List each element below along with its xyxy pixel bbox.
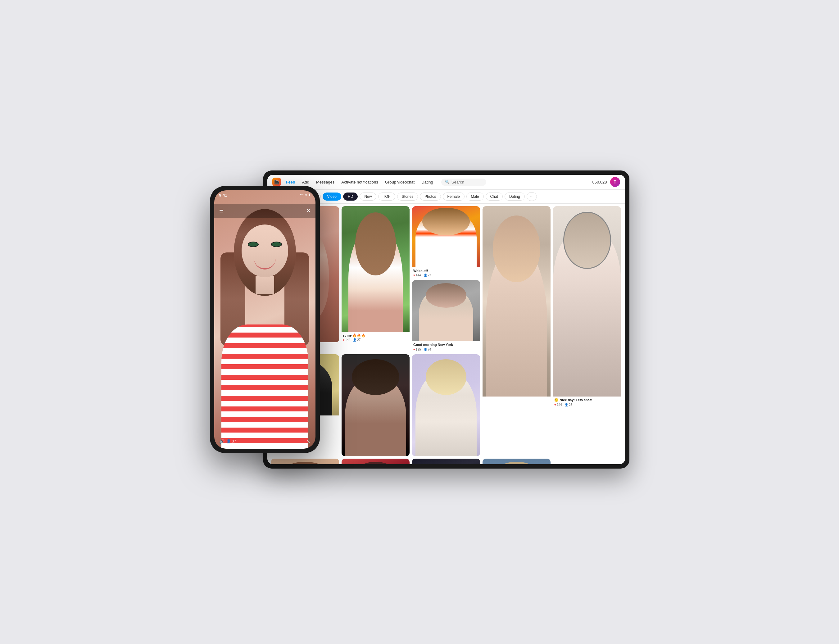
phone-close-icon[interactable]: ✕ — [307, 208, 310, 214]
filter-more[interactable]: ··· — [527, 192, 537, 201]
filter-hd[interactable]: HD — [343, 192, 358, 200]
card-2-info: st me 🔥🔥🔥 ♥ 144 👤 27 — [342, 332, 410, 342]
navbar: 🎬 Feed Add Messages Activate notificatio… — [268, 175, 625, 190]
card-2-title: st me 🔥🔥🔥 — [343, 333, 408, 338]
phone-screen: 9:41 ▪▪▪ ◈ ▮ ☰ ✕ 🔊 👤 37 ⤡ — [214, 191, 315, 449]
nav-add[interactable]: Add — [300, 179, 311, 186]
card-2-likes: ♥ 144 — [343, 338, 351, 342]
tablet-screen: 🎬 Feed Add Messages Activate notificatio… — [268, 175, 625, 464]
card-5-title: 🙂 Nice day! Lets chat! — [554, 398, 620, 402]
card-3-title: Wokout!! — [413, 269, 479, 273]
video-grid: LIVE st me 🔥🔥🔥 — [271, 206, 621, 464]
card-3[interactable]: Wokout!! ♥ 144 👤 27 — [412, 206, 480, 278]
phone-status-bar: 9:41 ▪▪▪ ◈ ▮ — [214, 191, 315, 204]
card-9[interactable] — [412, 354, 480, 457]
phone-bottom-bar: 🔊 👤 37 ⤡ — [214, 439, 315, 444]
phone-menu-icon[interactable]: ☰ — [219, 208, 223, 214]
filter-top[interactable]: TOP — [378, 192, 395, 200]
card-2-stats: ♥ 144 👤 27 — [343, 338, 408, 342]
phone-top-bar: ☰ ✕ — [214, 204, 315, 218]
filter-dating[interactable]: Dating — [504, 192, 525, 200]
card-8[interactable] — [342, 354, 410, 457]
phone-status-icons: ▪▪▪ ◈ ▮ — [300, 193, 310, 196]
user-avatar[interactable]: T — [610, 177, 620, 187]
nav-dating[interactable]: Dating — [419, 179, 435, 186]
wifi-icon: ◈ — [305, 193, 307, 196]
search-bar[interactable]: 🔍 — [441, 179, 486, 186]
app-logo[interactable]: 🎬 — [272, 177, 281, 186]
phone-time: 9:41 — [219, 193, 227, 197]
phone-viewer-count: 👤 37 — [227, 439, 236, 444]
nav-messages[interactable]: Messages — [314, 179, 336, 186]
filter-video[interactable]: Video — [323, 192, 341, 200]
nav-group-video[interactable]: Group videochat — [383, 179, 416, 186]
content-area: LIVE st me 🔥🔥🔥 — [268, 204, 625, 464]
phone-volume-icon[interactable]: 🔊 — [219, 439, 225, 444]
card-2-viewers: 👤 27 — [353, 338, 361, 342]
scene: 🎬 Feed Add Messages Activate notificatio… — [210, 161, 629, 483]
card-4[interactable] — [483, 206, 550, 457]
search-icon: 🔍 — [445, 180, 450, 184]
user-count: 850,028 — [593, 180, 607, 184]
card-2[interactable]: st me 🔥🔥🔥 ♥ 144 👤 27 — [342, 206, 410, 352]
card-13[interactable] — [483, 458, 550, 464]
nav-notifications[interactable]: Activate notifications — [339, 179, 380, 186]
filter-new[interactable]: New — [360, 192, 376, 200]
filter-stories[interactable]: Stories — [397, 192, 418, 200]
search-input[interactable] — [452, 180, 483, 184]
nav-feed[interactable]: Feed — [284, 179, 297, 186]
card-10[interactable]: Reality show ♥ 144 👤 27 — [271, 458, 339, 464]
phone-expand-icon[interactable]: ⤡ — [307, 439, 310, 444]
filter-bar: Live Subscriptions Video HD New TOP Stor… — [268, 190, 625, 204]
filter-photos[interactable]: Photos — [420, 192, 441, 200]
filter-chat[interactable]: Chat — [486, 192, 503, 200]
card-5[interactable]: 🙂 Nice day! Lets chat! ♥ 144 👤 27 — [553, 206, 621, 457]
phone-video-background — [214, 191, 315, 449]
signal-icon: ▪▪▪ — [300, 193, 304, 196]
battery-icon: ▮ — [309, 193, 310, 196]
filter-male[interactable]: Male — [466, 192, 484, 200]
card-12[interactable]: 🎀 Check out my new hair color ♥ 195 👤 74 — [412, 458, 480, 464]
filter-female[interactable]: Female — [443, 192, 465, 200]
card-11[interactable]: Reality show ♥ 195 👤 74 — [342, 458, 410, 464]
card-6[interactable]: Good morning New York ♥ 195 👤 74 — [412, 280, 480, 352]
card-6-title: Good morning New York — [413, 342, 479, 347]
phone-device: 9:41 ▪▪▪ ◈ ▮ ☰ ✕ 🔊 👤 37 ⤡ — [210, 186, 320, 453]
